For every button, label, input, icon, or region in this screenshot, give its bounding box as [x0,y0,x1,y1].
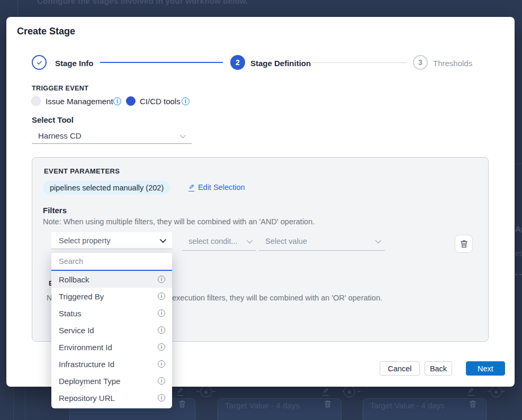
option-repository-url[interactable]: Repository URL [51,389,172,406]
search-field[interactable] [51,253,172,271]
radio-issue-management[interactable] [31,96,41,106]
trigger-event-heading: TRIGGER EVENT [32,85,88,92]
step-2-label[interactable]: Stage Definition [250,59,311,68]
option-deployment-type[interactable]: Deployment Type [51,372,172,389]
screen: Configure the stages involved in your wo… [0,0,522,420]
option-triggered-by[interactable]: Triggered By [51,288,172,305]
background-top-strip: Configure the stages involved in your wo… [0,0,522,17]
step-2-number: 2 [236,58,240,67]
select-tool-dropdown[interactable]: Harness CD [32,128,192,144]
info-icon[interactable] [182,97,190,105]
step-3-label[interactable]: Thresholds [433,59,472,68]
trash-icon [324,400,331,408]
info-icon[interactable] [158,293,165,300]
modal-title: Create Stage [17,26,75,37]
edit-icon [322,387,329,396]
option-status[interactable]: Status [51,305,172,322]
delete-filter-button[interactable] [455,235,473,253]
info-icon[interactable] [158,309,165,317]
event-parameters-card: EVENT PARAMETERS pipelines selected manu… [32,157,489,342]
step-1-circle[interactable] [32,55,47,70]
info-icon[interactable] [158,360,165,368]
chevron-down-icon [160,236,167,243]
step-3-circle[interactable]: 3 [413,55,428,70]
info-icon[interactable] [158,343,165,351]
select-property-placeholder: Select property [59,236,111,245]
background-target-box: Target Value - 4 days [218,398,341,420]
pipelines-selected-chip: pipelines selected manually (202) [43,181,170,195]
execution-note-fragment-right: execution filters, they will be combined… [172,294,382,302]
radio-cicd-tools-label[interactable]: CI/CD tools [140,97,181,106]
select-tool-label: Select Tool [32,115,74,124]
step-2-circle[interactable]: 2 [230,55,245,70]
info-icon[interactable] [158,326,165,334]
background-dashed-line [515,274,522,275]
event-parameters-heading: EVENT PARAMETERS [44,167,120,175]
select-condition-placeholder: select condit... [188,237,238,245]
trash-icon [469,400,476,408]
select-value-dropdown[interactable]: Select value [259,232,385,251]
create-stage-modal: Create Stage Stage Info 2 Stage Definiti… [6,17,515,387]
next-button[interactable]: Next [466,361,505,376]
chevron-down-icon [180,132,186,138]
stepper-line-done [100,62,223,63]
option-service-id[interactable]: Service Id [51,322,172,339]
background-text-fragment: et [515,249,522,258]
info-icon[interactable] [158,394,165,401]
filters-heading: Filters [43,206,67,215]
add-stage-icon [200,386,212,397]
info-icon[interactable] [113,97,121,105]
background-divider [515,163,522,164]
target-value-label: Target Value - 4 days [225,401,300,410]
edit-icon [467,387,474,396]
edit-icon [177,387,183,396]
radio-issue-management-label[interactable]: Issue Management [46,97,113,106]
search-input[interactable] [59,257,165,266]
filters-note: Note: When using multiple filters, they … [43,217,314,226]
background-divider [13,387,14,420]
select-property-dropdown[interactable]: Select property [51,232,172,249]
add-stage-icon [490,386,502,397]
radio-cicd-tools[interactable] [126,96,136,106]
background-target-box: Target Value - 4 days [363,398,487,420]
add-stage-icon [344,386,355,397]
info-icon[interactable] [158,377,165,385]
target-value-label: Target Value - 4 days [370,401,445,410]
step-1-label[interactable]: Stage Info [55,59,94,68]
trash-icon [178,400,186,408]
background-page-heading: Configure the stages involved in your wo… [37,0,248,5]
stepper-line-upcoming [310,62,407,63]
select-tool-value: Harness CD [38,131,82,140]
trash-icon [460,240,468,248]
edit-selection-label: Edit Selection [198,183,245,191]
step-3-number: 3 [418,58,422,67]
check-icon [36,59,43,66]
cancel-button[interactable]: Cancel [380,361,420,376]
back-button[interactable]: Back [425,361,452,376]
background-sidebar-divider [17,0,18,17]
background-text-fragment: Ap [515,224,522,233]
chevron-down-icon [247,238,253,243]
option-infrastructure-id[interactable]: Infrastructure Id [51,355,172,372]
select-value-placeholder: Select value [265,237,307,245]
select-condition-dropdown[interactable]: select condit... [182,232,256,251]
info-icon[interactable] [158,276,165,283]
edit-icon [188,184,194,191]
property-options-panel: Rollback Triggered By Status Service Id … [51,253,172,408]
edit-selection-link[interactable]: Edit Selection [188,183,245,191]
option-environment-id[interactable]: Environment Id [51,339,172,355]
background-sidebar-divider [25,387,25,420]
option-rollback[interactable]: Rollback [51,271,172,288]
chevron-down-icon [375,238,381,243]
